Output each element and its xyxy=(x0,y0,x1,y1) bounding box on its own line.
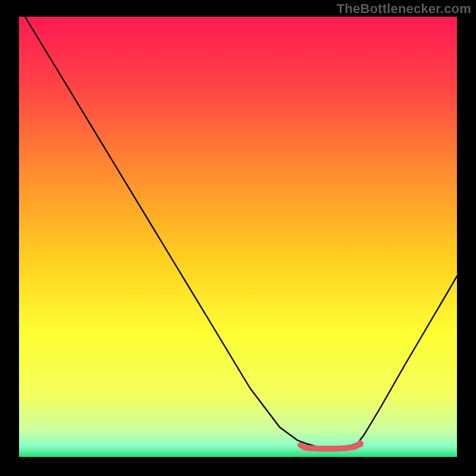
watermark-text: TheBottlenecker.com xyxy=(337,1,471,17)
plot-background xyxy=(19,17,457,457)
chart-container: TheBottlenecker.com xyxy=(0,0,476,476)
bottleneck-chart xyxy=(0,0,476,476)
optimal-point-marker xyxy=(356,440,364,447)
